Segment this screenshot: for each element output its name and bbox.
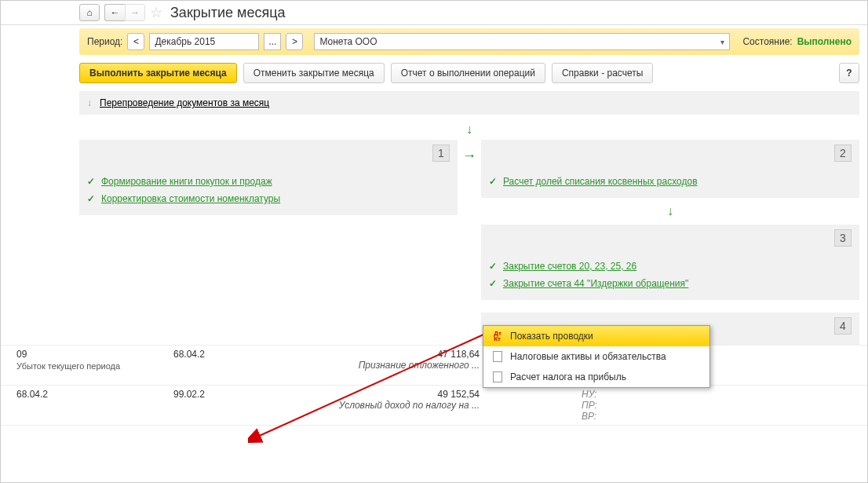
- stage-item: ✓ Расчет долей списания косвенных расход…: [489, 173, 852, 190]
- menu-item-label: Показать проводки: [510, 331, 593, 342]
- arrow-left-icon: ←: [111, 7, 120, 18]
- arrow-down-icon: ↓: [87, 97, 92, 108]
- flow-arrow-icon: ↓: [481, 203, 859, 220]
- check-icon: ✓: [489, 176, 497, 187]
- stage-num: 4: [834, 317, 852, 335]
- check-icon: ✓: [87, 193, 95, 204]
- stage-link[interactable]: Формирование книги покупок и продаж: [101, 176, 272, 187]
- dtkt-icon: ДтКт: [491, 330, 504, 342]
- document-icon: [491, 350, 504, 363]
- entry-description: Признание отложенного ...: [307, 360, 480, 371]
- flow-arrow-icon: ↓: [79, 119, 859, 140]
- repost-row: ↓ Перепроведение документов за месяц: [79, 91, 859, 115]
- help-button[interactable]: ?: [839, 63, 859, 83]
- titlebar: ⌂ ← → ☆ Закрытие месяца: [1, 1, 867, 25]
- period-next-button[interactable]: >: [286, 33, 303, 50]
- entries-grid: 09 Убыток текущего периода 68.04.2 47 11…: [1, 345, 867, 426]
- stage-1-box: 1 ✓ Формирование книги покупок и продаж …: [79, 140, 458, 215]
- menu-income-tax[interactable]: Расчет налога на прибыль: [483, 367, 709, 387]
- tax-label: НУ:: [582, 389, 636, 400]
- amount: 47 118,64: [307, 349, 480, 360]
- execute-button[interactable]: Выполнить закрытие месяца: [79, 63, 237, 83]
- chevron-down-icon: ▾: [720, 38, 724, 46]
- stage-num: 3: [834, 229, 852, 247]
- stage-item: ✓ Закрытие счетов 20, 23, 25, 26: [489, 258, 852, 275]
- tax-label: ПР:: [582, 400, 636, 411]
- entry-description: Условный доход по налогу на ...: [307, 400, 480, 411]
- status-value: Выполнено: [797, 36, 852, 47]
- account-kt: 99.02.2: [173, 389, 307, 400]
- stage-item: ✓ Закрытие счета 44 "Издержки обращения": [489, 275, 852, 292]
- stage-item: ✓ Формирование книги покупок и продаж: [87, 173, 450, 190]
- arrow-right-icon: →: [130, 7, 140, 18]
- flow-arrow-right-icon: →: [458, 140, 481, 350]
- stage-link[interactable]: Закрытие счета 44 "Издержки обращения": [503, 278, 688, 289]
- stage-link[interactable]: Корректировка стоимости номенклатуры: [101, 193, 280, 204]
- period-value[interactable]: Декабрь 2015: [149, 33, 259, 50]
- account-kt: 68.04.2: [173, 349, 307, 360]
- report-button[interactable]: Отчет о выполнении операций: [391, 63, 545, 83]
- page-title: Закрытие месяца: [170, 5, 285, 21]
- stage-item: ✓ Корректировка стоимости номенклатуры: [87, 190, 450, 207]
- toolbar: Выполнить закрытие месяца Отменить закры…: [1, 55, 867, 91]
- document-icon: [491, 371, 504, 383]
- account-dt: 68.04.2: [16, 389, 173, 400]
- check-icon: ✓: [87, 176, 95, 187]
- check-icon: ✓: [489, 278, 497, 289]
- menu-tax-assets[interactable]: Налоговые активы и обязательства: [483, 346, 709, 367]
- subconto-dt: Убыток текущего периода: [16, 360, 173, 371]
- table-row: 09 Убыток текущего периода 68.04.2 47 11…: [1, 345, 867, 386]
- home-icon: ⌂: [86, 7, 92, 18]
- nav-forward-button[interactable]: →: [125, 4, 145, 21]
- organization-value: Монета ООО: [319, 36, 377, 47]
- period-label: Период:: [87, 36, 122, 47]
- menu-item-label: Расчет налога на прибыль: [510, 371, 626, 382]
- nav-back-button[interactable]: ←: [104, 4, 125, 21]
- organization-select[interactable]: Монета ООО ▾: [314, 33, 730, 50]
- amount: 49 152,54: [307, 389, 480, 400]
- stage-num: 2: [834, 145, 852, 162]
- context-menu: ДтКт Показать проводки Налоговые активы …: [483, 325, 710, 388]
- cancel-button[interactable]: Отменить закрытие месяца: [243, 63, 385, 83]
- stage-2-box: 2 ✓ Расчет долей списания косвенных расх…: [481, 140, 859, 198]
- menu-show-entries[interactable]: ДтКт Показать проводки: [483, 326, 709, 346]
- star-icon[interactable]: ☆: [150, 4, 162, 21]
- period-prev-button[interactable]: <: [127, 33, 144, 50]
- status-label: Состояние:: [742, 36, 792, 47]
- home-button[interactable]: ⌂: [79, 4, 100, 21]
- tax-label: ВР:: [582, 411, 636, 422]
- stage-link[interactable]: Закрытие счетов 20, 23, 25, 26: [503, 261, 636, 272]
- account-dt: 09: [16, 349, 173, 360]
- check-icon: ✓: [489, 261, 497, 272]
- period-bar: Период: < Декабрь 2015 ... > Монета ООО …: [79, 28, 859, 55]
- stage-link[interactable]: Расчет долей списания косвенных расходов: [503, 176, 698, 187]
- repost-link[interactable]: Перепроведение документов за месяц: [100, 97, 269, 108]
- table-row: 68.04.2 99.02.2 49 152,54 Условный доход…: [1, 386, 867, 426]
- period-picker-button[interactable]: ...: [264, 33, 281, 50]
- stage-num: 1: [432, 145, 450, 162]
- refs-button[interactable]: Справки - расчеты: [552, 63, 653, 83]
- menu-item-label: Налоговые активы и обязательства: [510, 351, 666, 362]
- stage-3-box: 3 ✓ Закрытие счетов 20, 23, 25, 26 ✓ Зак…: [481, 225, 859, 300]
